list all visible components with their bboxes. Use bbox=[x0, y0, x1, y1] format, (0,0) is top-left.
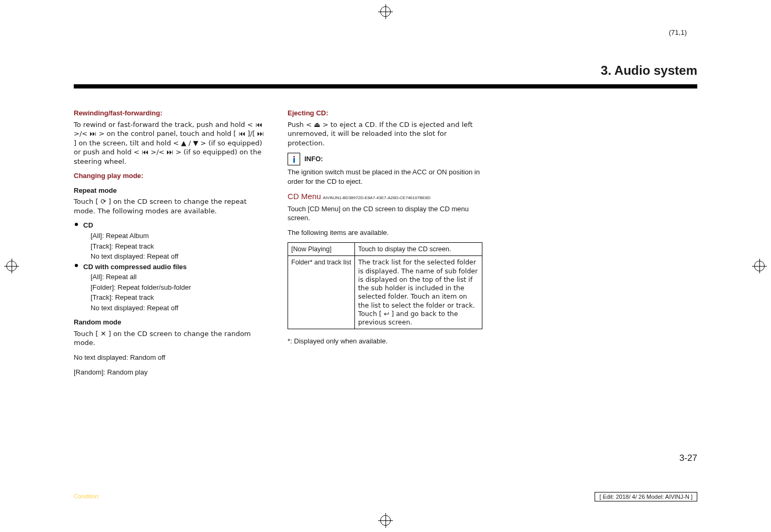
column-2: Ejecting CD: Push < ⏏ > to eject a CD. I… bbox=[288, 103, 482, 382]
page-number: 3-27 bbox=[679, 453, 697, 464]
paragraph-random-1: Touch [ ✕ ] on the CD screen to change t… bbox=[74, 329, 269, 348]
registration-mark-bottom bbox=[378, 513, 393, 528]
list-item-compressed: CD with compressed audio files bbox=[83, 263, 187, 271]
list-item-cd-none: No text displayed: Repeat off bbox=[74, 252, 269, 261]
table-cell-value: Touch to display the CD screen. bbox=[354, 243, 482, 256]
heading-random-mode: Random mode bbox=[74, 318, 269, 327]
table-cell-value: The track list for the selected folder i… bbox=[354, 256, 482, 329]
paragraph-ejecting: Push < ⏏ > to eject a CD. If the CD is e… bbox=[288, 120, 482, 148]
heading-ejecting: Ejecting CD: bbox=[288, 109, 482, 118]
registration-mark-left bbox=[4, 259, 19, 273]
heading-rewinding: Rewinding/fast-forwarding: bbox=[74, 109, 269, 118]
registration-mark-top bbox=[378, 4, 393, 19]
paragraph-cdmenu-1: Touch [CD Menu] on the CD screen to disp… bbox=[288, 204, 482, 223]
paragraph-random-3: [Random]: Random play bbox=[74, 368, 269, 377]
paragraph-cdmenu-2: The following items are available. bbox=[288, 228, 482, 238]
column-1: Rewinding/fast-forwarding: To rewind or … bbox=[74, 103, 269, 382]
info-callout: INFO: bbox=[288, 153, 482, 165]
paragraph-rewinding: To rewind or fast-forward the track, pus… bbox=[74, 120, 269, 166]
table-row: [Now Playing] Touch to display the CD sc… bbox=[288, 243, 482, 256]
footnote: *: Displayed only when available. bbox=[288, 337, 482, 346]
list-item-comp-none: No text displayed: Repeat off bbox=[74, 303, 269, 313]
list-item-cd-all: [All]: Repeat Album bbox=[74, 231, 269, 241]
list-item-comp-folder: [Folder]: Repeat folder/sub-folder bbox=[74, 283, 269, 292]
info-label: INFO: bbox=[304, 154, 323, 164]
paragraph-repeat-mode: Touch [ ⟳ ] on the CD screen to change t… bbox=[74, 197, 269, 215]
footer-condition: Condition: bbox=[74, 493, 100, 499]
paragraph-info: The ignition switch must be placed in th… bbox=[288, 168, 482, 186]
chapter-title: 3. Audio system bbox=[601, 63, 697, 78]
column-3 bbox=[501, 103, 696, 382]
footer-edit-info: [ Edit: 2018/ 4/ 26 Model: AIVINJ-N ] bbox=[595, 492, 697, 501]
repeat-mode-list: CD [All]: Repeat Album [Track]: Repeat t… bbox=[74, 221, 269, 312]
heading-repeat-mode: Repeat mode bbox=[74, 186, 269, 195]
list-item-comp-all: [All]: Repeat all bbox=[74, 272, 269, 282]
list-item-cd-track: [Track]: Repeat track bbox=[74, 242, 269, 251]
list-item-comp-track: [Track]: Repeat track bbox=[74, 293, 269, 302]
info-icon bbox=[288, 153, 300, 165]
cd-menu-table: [Now Playing] Touch to display the CD sc… bbox=[288, 242, 482, 329]
list-item-cd: CD bbox=[83, 221, 93, 229]
sheet-reference: (71,1) bbox=[669, 28, 687, 36]
heading-cd-menu: CD Menu bbox=[288, 192, 321, 201]
heading-changing-mode: Changing play mode: bbox=[74, 171, 269, 181]
body-columns: Rewinding/fast-forwarding: To rewind or … bbox=[74, 103, 697, 382]
header-rule bbox=[74, 84, 697, 88]
table-cell-key: [Now Playing] bbox=[288, 243, 355, 256]
table-row: Folder* and track list The track list fo… bbox=[288, 256, 482, 329]
guid-text: AIVINJN1-BD38972D-E8A7-43E7-A28D-CE74610… bbox=[323, 195, 431, 200]
paragraph-random-2: No text displayed: Random off bbox=[74, 353, 269, 362]
table-cell-key: Folder* and track list bbox=[288, 256, 355, 329]
registration-mark-right bbox=[752, 259, 767, 273]
chapter-header: 3. Audio system bbox=[74, 63, 697, 78]
